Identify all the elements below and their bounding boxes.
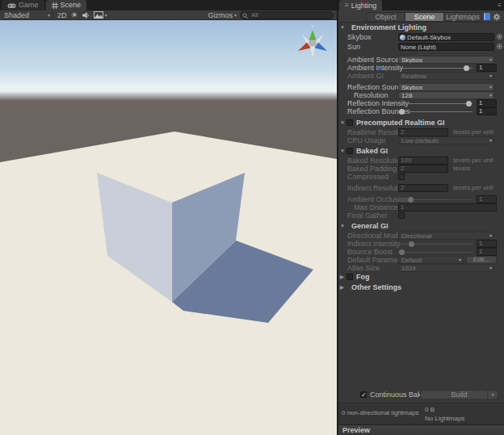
tab-lighting-label: Lighting [351,2,377,10]
scene-pane: Game Scene Shaded ▾ 2D ☀ [0,0,337,435]
preview-header[interactable]: Preview [338,425,504,435]
stats-size: 0 B [425,406,435,413]
resolution-label: Resolution [354,91,388,99]
skybox-object-field[interactable]: Default-Skybox [398,33,494,41]
precomputed-realtime-gi-label: Precomputed Realtime GI [356,118,445,128]
ambient-gi-dropdown: Realtime▾ [398,72,494,80]
precomputed-realtime-gi-checkbox[interactable] [346,119,353,126]
row-other-settings[interactable]: ▶Other Settings [338,282,504,293]
foldout-arrow-icon[interactable]: ▶ [340,272,344,282]
reflection-bounces-value-field[interactable]: 1 [477,107,497,115]
axis-x-cone[interactable] [298,43,311,52]
indirect-resolution-field: 2 [398,184,448,192]
foldout-arrow-icon[interactable]: ▶ [340,282,344,293]
scene-audio-toggle[interactable] [82,11,90,19]
default-parameters-edit-button: Edit... [466,256,497,264]
other-settings-label: Other Settings [351,282,401,293]
foldout-arrow-icon[interactable]: ▼ [340,118,345,128]
axis-neg-cone[interactable] [316,35,323,44]
perspective-toggle[interactable]: < Persp [288,57,336,65]
slider-knob-icon[interactable] [466,101,472,107]
toggle-2d-button[interactable]: 2D [57,11,67,19]
row-precomputed-realtime-gi[interactable]: ▼Precomputed Realtime GI [338,118,504,128]
max-distance-field: 1 [398,203,497,211]
atlas-size-dropdown: 1024▾ [398,264,494,272]
lightmap-stats: 0 non-directional lightmaps 0 B No Light… [338,403,504,425]
max-distance-label: Max Distance [354,203,398,211]
image-icon [94,11,103,19]
scene-viewport[interactable]: Y X Z < Persp [0,20,337,435]
scene-effects-dropdown[interactable]: ▾ [94,11,107,19]
object-picker-icon[interactable] [497,34,502,40]
baked-resolution-unit-label: texels per unit [453,157,494,165]
ambient-source-dropdown[interactable]: Skybox▾ [398,56,494,64]
directional-mode-label: Directional Mode [347,232,402,240]
row-baked-resolution: Baked Resolution100texels per unit [338,157,504,165]
continuous-baking-checkbox[interactable]: ✓ [360,391,367,398]
reflection-intensity-value-field[interactable]: 1 [477,99,497,107]
bounce-boost-label: Bounce Boost [347,248,393,256]
scene-lighting-toggle[interactable]: ☀ [71,11,78,19]
baked-padding-label: Baked Padding [347,165,397,173]
draw-mode-dropdown[interactable]: Shaded ▾ [2,10,53,20]
row-fog[interactable]: ▶Fog [338,272,504,282]
build-dropdown-icon[interactable]: ▾ [487,391,498,399]
gear-icon[interactable] [493,13,501,21]
baked-gi-checkbox[interactable] [346,148,353,154]
cpu-usage-value: Low (default) [401,137,439,144]
gizmo-z-label: Z [329,51,331,56]
row-baked-gi[interactable]: ▼Baked GI [338,146,504,157]
row-ambient-source: Ambient SourceSkybox▾ [338,56,504,64]
gizmo-center-cube[interactable] [309,40,316,47]
tab-game[interactable]: Game [2,0,44,10]
row-general-gi[interactable]: ▼General GI [338,221,504,232]
ambient-intensity-slider[interactable] [398,68,472,69]
axis-neg-cone[interactable] [310,46,316,58]
sun-object-field[interactable]: None (Light) [398,43,494,51]
foldout-arrow-icon[interactable]: ▼ [340,146,345,157]
row-sun: SunNone (Light) [338,43,504,52]
mode-tab-object[interactable]: Object [366,12,405,22]
final-gather-label: Final Gather [347,211,388,220]
atlas-size-value: 1024 [401,265,416,272]
object-picker-icon[interactable] [497,44,502,49]
mode-tab-scene[interactable]: Scene [405,12,443,22]
build-button[interactable]: Build ▾ [420,390,498,399]
help-icon[interactable] [484,13,490,20]
axis-y-cone[interactable] [309,30,317,40]
directional-mode-dropdown: Directional▾ [398,232,494,240]
pane-menu-icon[interactable]: ≡ [498,2,502,9]
foldout-arrow-icon[interactable]: ▼ [340,23,345,33]
row-directional-mode: Directional ModeDirectional▾ [338,232,504,240]
slider-knob-icon[interactable] [464,65,469,71]
tab-lighting[interactable]: ≡ Lighting [339,0,382,10]
row-default-parameters: Default ParametersDefault▾Edit... [338,256,504,264]
fog-checkbox[interactable] [346,274,353,280]
lighting-tab-icon: ≡ [345,2,349,9]
indirect-resolution-unit-label: texels per unit [453,184,494,192]
row-environment-lighting[interactable]: ▼Environment Lighting [338,23,504,33]
ambient-intensity-label: Ambient Intensity [347,64,403,72]
foldout-arrow-icon[interactable]: ▼ [340,221,345,232]
dropdown-arrow-icon: ▾ [489,137,492,144]
stats-lightmap-count: 0 non-directional lightmaps [342,409,419,416]
slider-knob-icon[interactable] [399,109,405,115]
search-input[interactable] [240,11,334,19]
realtime-resolution-unit-label: texels per unit [453,128,494,136]
reflection-source-dropdown[interactable]: Skybox▾ [398,83,494,91]
ambient-intensity-value-field[interactable]: 1 [477,64,497,72]
reflection-bounces-slider[interactable] [398,111,472,112]
mode-tab-lightmaps[interactable]: Lightmaps [443,12,482,22]
reflection-intensity-slider[interactable] [398,103,472,104]
axis-z-cone[interactable] [315,43,328,52]
dropdown-arrow-icon: ▾ [489,265,492,272]
axis-neg-cone[interactable] [302,35,309,44]
search-icon [242,13,249,19]
resolution-value: 128 [401,92,412,99]
tab-scene[interactable]: Scene [46,0,87,10]
resolution-dropdown[interactable]: 128▾ [398,91,494,99]
row-skybox: SkyboxDefault-Skybox [338,33,504,43]
stats-status: No Lightmaps [425,415,464,422]
gizmos-dropdown[interactable]: Gizmos ▾ [208,11,237,19]
speaker-icon [82,11,90,19]
